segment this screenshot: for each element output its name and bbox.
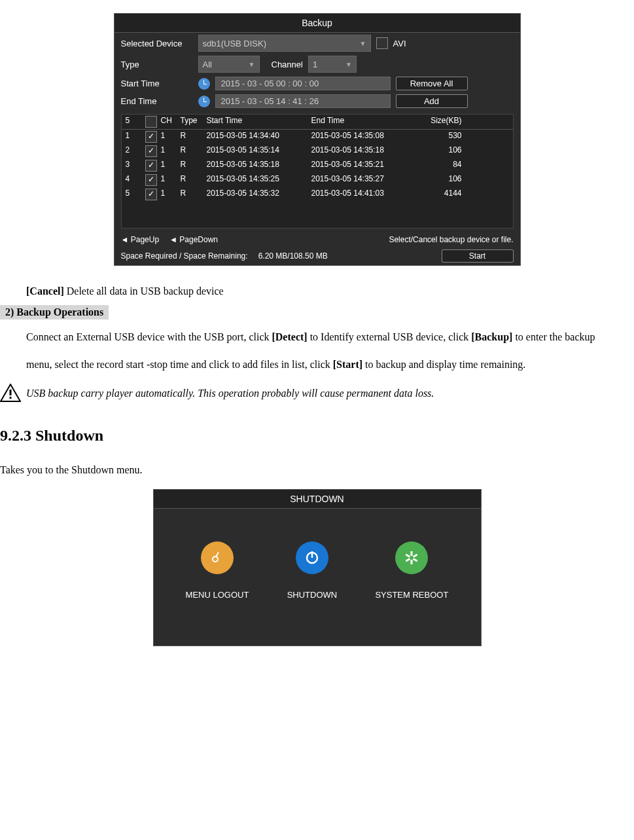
cell-type: R (181, 160, 207, 172)
channel-value: 1 (313, 60, 317, 69)
row-checkbox[interactable] (145, 174, 157, 186)
cell-start: 2015-03-05 14:35:32 (207, 189, 311, 200)
cell-size: 106 (416, 174, 462, 186)
svg-rect-12 (406, 554, 411, 558)
svg-rect-1 (10, 390, 12, 395)
warning-icon (0, 384, 21, 405)
cell-start: 2015-03-05 14:35:14 (207, 145, 311, 157)
table-row[interactable]: 31R2015-03-05 14:35:182015-03-05 14:35:2… (122, 158, 513, 173)
cell-size: 4144 (416, 189, 462, 200)
pageup-button[interactable]: ◄ PageUp (121, 235, 160, 244)
takes-text: Takes you to the Shutdown menu. (0, 458, 634, 483)
header-ch: CH (161, 116, 181, 128)
svg-rect-10 (411, 560, 413, 564)
cell-idx: 1 (126, 131, 145, 143)
svg-rect-2 (10, 397, 12, 399)
selected-device-label: Selected Device (121, 39, 193, 48)
cell-idx: 3 (126, 160, 145, 172)
shutdown-title: SHUTDOWN (154, 490, 481, 509)
cell-ch: 1 (161, 174, 181, 186)
table-row[interactable]: 21R2015-03-05 14:35:142015-03-05 14:35:1… (122, 144, 513, 158)
cell-end: 2015-03-05 14:35:27 (311, 174, 416, 186)
type-value: All (203, 60, 212, 69)
avi-label: AVI (393, 39, 406, 48)
channel-select[interactable]: 1 ▼ (308, 56, 357, 73)
type-select[interactable]: All ▼ (198, 56, 260, 73)
header-checkbox[interactable] (145, 116, 157, 128)
warning-text: USB backup carry player automatically. T… (26, 387, 434, 398)
reboot-item[interactable]: SYSTEM REBOOT (375, 541, 448, 600)
row-checkbox[interactable] (145, 189, 157, 200)
cell-idx: 4 (126, 174, 145, 186)
svg-point-3 (213, 557, 218, 562)
space-row: Space Required / Space Remaining: 6.20 M… (114, 247, 520, 265)
cell-size: 84 (416, 160, 462, 172)
cell-size: 530 (416, 131, 462, 143)
end-time-label: End Time (121, 96, 193, 106)
hint-text: Select/Cancel backup device or file. (228, 235, 513, 244)
svg-rect-6 (311, 551, 313, 558)
section-heading: 2) Backup Operations (0, 305, 109, 320)
selected-device-select[interactable]: sdb1(USB DISK) ▼ (198, 35, 371, 52)
remove-all-button[interactable]: Remove All (396, 77, 468, 90)
pagedown-button[interactable]: ◄ PageDown (169, 235, 218, 244)
header-type: Type (181, 116, 207, 128)
menu-logout-item[interactable]: MENU LOGOUT (186, 541, 249, 600)
power-icon (296, 541, 328, 574)
start-time-label: Start Time (121, 79, 193, 88)
svg-rect-9 (413, 558, 418, 562)
start-button[interactable]: Start (442, 249, 514, 263)
svg-rect-8 (413, 554, 418, 558)
cell-type: R (181, 189, 207, 200)
shutdown-item[interactable]: SHUTDOWN (287, 541, 338, 600)
channel-label: Channel (272, 60, 303, 69)
end-time-input[interactable]: 2015 - 03 - 05 14 : 41 : 26 (215, 94, 391, 108)
avi-checkbox[interactable] (376, 37, 388, 49)
cancel-label: [Cancel] (26, 285, 64, 297)
row-checkbox[interactable] (145, 145, 157, 157)
svg-rect-11 (406, 558, 411, 562)
row-checkbox[interactable] (145, 131, 157, 143)
cell-size: 106 (416, 145, 462, 157)
h2-shutdown: 9.2.3 Shutdown (0, 427, 634, 445)
backup-dialog: Backup Selected Device sdb1(USB DISK) ▼ … (114, 13, 521, 266)
table-row[interactable]: 41R2015-03-05 14:35:252015-03-05 14:35:2… (122, 173, 513, 187)
type-label: Type (121, 60, 193, 69)
reboot-label: SYSTEM REBOOT (375, 590, 448, 600)
shutdown-dialog: SHUTDOWN MENU LOGOUT SHUTDOWN SYSTEM REB… (153, 489, 482, 646)
cancel-desc: [Cancel] Delete all data in USB backup d… (0, 279, 634, 304)
header-size: Size(KB) (416, 116, 462, 128)
cell-ch: 1 (161, 145, 181, 157)
cell-end: 2015-03-05 14:35:08 (311, 131, 416, 143)
row-checkbox[interactable] (145, 160, 157, 172)
start-time-input[interactable]: 2015 - 03 - 05 00 : 00 : 00 (215, 77, 391, 90)
cell-end: 2015-03-05 14:41:03 (311, 189, 416, 200)
table-row[interactable]: 11R2015-03-05 14:34:402015-03-05 14:35:0… (122, 130, 513, 144)
header-count: 5 (126, 116, 145, 128)
chevron-down-icon: ▼ (345, 61, 352, 68)
cell-ch: 1 (161, 189, 181, 200)
cell-type: R (181, 145, 207, 157)
cell-start: 2015-03-05 14:34:40 (207, 131, 311, 143)
cell-type: R (181, 131, 207, 143)
cell-type: R (181, 174, 207, 186)
dialog-title: Backup (114, 14, 520, 33)
logout-icon (201, 541, 234, 574)
clock-icon (198, 96, 210, 107)
cell-ch: 1 (161, 131, 181, 143)
para-1: Connect an External USB device with the … (0, 321, 634, 380)
table-header: 5 CH Type Start Time End Time Size(KB) (122, 115, 513, 130)
cell-idx: 2 (126, 145, 145, 157)
svg-rect-7 (411, 551, 413, 556)
cell-start: 2015-03-05 14:35:18 (207, 160, 311, 172)
add-button[interactable]: Add (396, 94, 468, 108)
table-row[interactable]: 51R2015-03-05 14:35:322015-03-05 14:41:0… (122, 187, 513, 202)
selected-device-value: sdb1(USB DISK) (203, 39, 267, 48)
cell-end: 2015-03-05 14:35:21 (311, 160, 416, 172)
reboot-icon (395, 541, 428, 574)
cell-start: 2015-03-05 14:35:25 (207, 174, 311, 186)
records-table: 5 CH Type Start Time End Time Size(KB) 1… (121, 114, 514, 228)
warning-row: USB backup carry player automatically. T… (0, 381, 634, 407)
space-label: Space Required / Space Remaining: (121, 251, 248, 261)
header-end: End Time (311, 116, 416, 128)
